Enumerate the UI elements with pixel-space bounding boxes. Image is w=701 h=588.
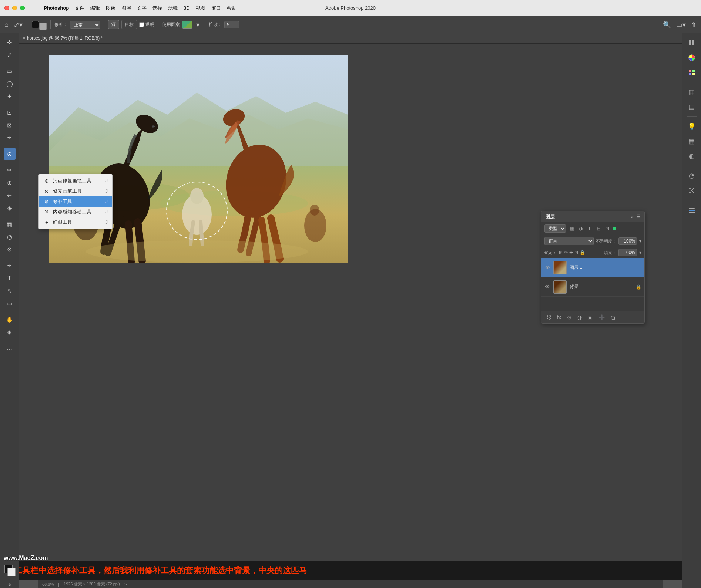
layer-row-1[interactable]: 👁 图层 1 bbox=[541, 258, 644, 277]
brush-btn[interactable]: ✏ bbox=[4, 164, 16, 176]
blend-mode-select[interactable]: 正常 溶解 正片叠底 bbox=[544, 237, 594, 245]
swatches-btn[interactable] bbox=[685, 66, 698, 79]
blur-btn[interactable]: ◔ bbox=[4, 231, 16, 243]
menu-edit[interactable]: 编辑 bbox=[90, 5, 100, 11]
gradients-panel-btn[interactable]: ▦ bbox=[685, 85, 698, 99]
add-mask-btn[interactable]: ⊙ bbox=[566, 314, 573, 321]
crop-btn[interactable]: ⊡ bbox=[4, 107, 16, 118]
tab-close-btn[interactable]: ✕ bbox=[22, 36, 26, 41]
lock-artboard-btn[interactable]: ⊡ bbox=[574, 250, 578, 255]
opacity-input[interactable] bbox=[618, 237, 637, 245]
patch-tool-btn[interactable]: ⊙ bbox=[4, 148, 16, 160]
properties-btn[interactable]: ▦ bbox=[685, 135, 698, 148]
patterns-panel-btn[interactable]: ▤ bbox=[685, 100, 698, 114]
dodge-btn[interactable]: ⊗ bbox=[4, 243, 16, 255]
new-layer-btn[interactable]: ➕ bbox=[597, 314, 606, 321]
filter-text-btn[interactable]: T bbox=[586, 225, 593, 232]
red-eye-item[interactable]: + 红眼工具 J bbox=[39, 217, 112, 227]
filter-pixel-btn[interactable]: ▦ bbox=[568, 225, 576, 232]
content-aware-move-item[interactable]: ✕ 内容感知移动工具 J bbox=[39, 207, 112, 217]
source-btn[interactable]: 源 bbox=[108, 20, 119, 29]
type-btn[interactable]: T bbox=[4, 272, 16, 284]
workspace-btn[interactable]: ▭▾ bbox=[675, 20, 687, 30]
adjustment-btn[interactable]: ◑ bbox=[576, 314, 583, 321]
filter-shape-btn[interactable]: ⌸ bbox=[595, 225, 602, 232]
foreground-color-btn[interactable] bbox=[32, 21, 39, 28]
audio-btn[interactable]: ◔ bbox=[685, 169, 698, 182]
lasso-btn[interactable]: ◯ bbox=[4, 78, 16, 89]
menu-window[interactable]: 窗口 bbox=[211, 5, 221, 11]
patch-tool-item[interactable]: ⊛ 修补工具 J bbox=[39, 196, 112, 207]
fill-input[interactable] bbox=[618, 249, 637, 256]
pattern-preview-btn[interactable] bbox=[182, 21, 192, 29]
opacity-dropdown-btn[interactable]: ▾ bbox=[639, 239, 641, 244]
app-name[interactable]: Photoshop bbox=[44, 5, 69, 11]
history-brush-btn[interactable]: ↩ bbox=[4, 189, 16, 201]
adjustments-panel-btn[interactable]: ◐ bbox=[685, 149, 698, 163]
menu-text[interactable]: 文字 bbox=[137, 5, 147, 11]
lock-transparent-btn[interactable]: ⊞ bbox=[559, 250, 563, 255]
minimize-button[interactable] bbox=[12, 6, 17, 10]
link-layers-btn[interactable]: ⛓ bbox=[544, 314, 553, 321]
lock-move-btn[interactable]: ✚ bbox=[569, 250, 573, 255]
clone-stamp-btn[interactable]: ⊕ bbox=[4, 177, 16, 189]
layer-filter-select[interactable]: 类型 bbox=[544, 224, 566, 233]
fill-dropdown-btn[interactable]: ▾ bbox=[639, 250, 641, 255]
menu-select[interactable]: 选择 bbox=[152, 5, 162, 11]
menu-file[interactable]: 文件 bbox=[75, 5, 84, 11]
pen-btn[interactable]: ✒ bbox=[4, 260, 16, 271]
eyedropper-btn[interactable]: ✒ bbox=[4, 132, 16, 143]
fullscreen-button[interactable] bbox=[20, 6, 25, 10]
move-tool-btn[interactable]: ✛ bbox=[4, 36, 16, 48]
gradient-btn[interactable]: ▦ bbox=[4, 218, 16, 230]
background-color-swatch[interactable] bbox=[7, 568, 16, 576]
delete-layer-btn[interactable]: 🗑 bbox=[609, 314, 617, 321]
patch-mode-select[interactable]: 正常 内容识别 bbox=[70, 21, 100, 29]
learn-btn[interactable]: 💡 bbox=[685, 120, 698, 133]
lock-all-btn[interactable]: 🔒 bbox=[580, 250, 585, 255]
document-tab-label[interactable]: horses.jpg @ 66.7% (图层 1, RGB/8) * bbox=[27, 35, 103, 41]
menu-layer[interactable]: 图层 bbox=[121, 5, 131, 11]
eraser-btn[interactable]: ◈ bbox=[4, 202, 16, 214]
layer-bg-visibility-icon[interactable]: 👁 bbox=[544, 284, 550, 290]
healing-brush-item[interactable]: ⊘ 修复画笔工具 J bbox=[39, 186, 112, 196]
menu-image[interactable]: 图像 bbox=[106, 5, 115, 11]
hand-btn[interactable]: ✋ bbox=[4, 314, 16, 325]
menu-help[interactable]: 帮助 bbox=[227, 5, 237, 11]
add-fx-btn[interactable]: fx bbox=[556, 314, 563, 321]
group-btn[interactable]: ▣ bbox=[586, 314, 594, 321]
diffuse-input[interactable] bbox=[224, 21, 239, 28]
layers-panel-toggle-btn[interactable] bbox=[685, 203, 698, 217]
quick-mask-btn[interactable]: ⊙ bbox=[4, 581, 15, 588]
zoom-btn[interactable]: ⊕ bbox=[4, 326, 16, 338]
apple-logo-icon[interactable]:  bbox=[34, 4, 36, 12]
transparent-checkbox[interactable] bbox=[139, 22, 144, 27]
layer-1-visibility-icon[interactable]: 👁 bbox=[544, 265, 550, 271]
lock-paint-btn[interactable]: ✏ bbox=[564, 250, 568, 255]
status-more-btn[interactable]: > bbox=[124, 582, 127, 587]
puppet-warp-btn[interactable] bbox=[685, 184, 698, 197]
target-btn[interactable]: 目标 bbox=[121, 20, 137, 29]
magic-wand-btn[interactable]: ✦ bbox=[4, 90, 16, 102]
menu-view[interactable]: 视图 bbox=[196, 5, 205, 11]
options-btn[interactable]: ⤢▾ bbox=[12, 20, 24, 30]
search-toolbar-btn[interactable]: 🔍 bbox=[661, 20, 673, 30]
home-toolbar-btn[interactable]: ⌂ bbox=[3, 20, 10, 29]
shape-btn[interactable]: ▭ bbox=[4, 297, 16, 309]
libraries-btn[interactable] bbox=[685, 36, 698, 50]
close-button[interactable] bbox=[4, 6, 9, 10]
menu-filter[interactable]: 滤镜 bbox=[168, 5, 178, 11]
perspective-crop-btn[interactable]: ⊠ bbox=[4, 119, 16, 131]
menu-3d[interactable]: 3D bbox=[184, 5, 190, 11]
filter-adjust-btn[interactable]: ◑ bbox=[577, 225, 584, 232]
panel-menu-btn[interactable]: ☰ bbox=[637, 214, 641, 219]
pattern-dropdown-btn[interactable]: ▾ bbox=[195, 20, 201, 30]
expand-panel-btn[interactable]: » bbox=[631, 214, 634, 219]
transform-tool-btn[interactable]: ⤢ bbox=[4, 49, 16, 61]
bg-color-btn[interactable] bbox=[39, 23, 47, 30]
filter-smart-btn[interactable]: ⊡ bbox=[604, 225, 611, 232]
share-btn[interactable]: ⇧ bbox=[690, 20, 698, 30]
more-tools-btn[interactable]: … bbox=[4, 342, 16, 354]
layer-row-bg[interactable]: 👁 背景 🔒 bbox=[541, 277, 644, 297]
spot-healing-brush-item[interactable]: ⊙ 污点修复画笔工具 J bbox=[39, 176, 112, 186]
